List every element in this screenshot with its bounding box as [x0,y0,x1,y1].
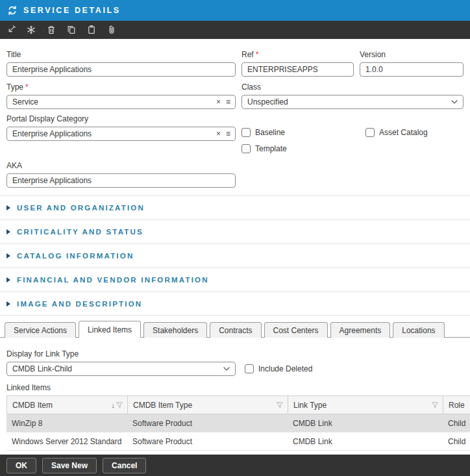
checkbox-box[interactable] [365,128,375,137]
column-header-role[interactable]: Role [443,396,470,414]
class-select-value: Unspecified [247,97,288,106]
paste-icon[interactable] [84,22,99,38]
type-field-group: Type* × ≡ [6,82,236,109]
section-catalog-information[interactable]: CATALOG INFORMATION [0,244,470,268]
tab-cost-centers[interactable]: Cost Centers [264,322,328,338]
section-label: IMAGE AND DESCRIPTION [17,300,142,308]
refresh-icon[interactable] [7,5,18,16]
portal-display-category-group: Portal Display Category × ≡ [6,114,236,153]
required-marker: * [256,50,259,59]
template-checkbox[interactable]: Template [241,144,360,153]
title-label: Title [6,50,236,60]
type-label: Type [6,82,23,92]
form-area: Title Ref* Version Type* × ≡ Class [0,50,470,469]
toolbar [0,21,470,39]
class-select[interactable]: Unspecified [241,95,464,109]
ref-input[interactable] [241,62,354,77]
class-label: Class [241,82,464,92]
footer-bar: OK Save New Cancel [0,455,470,476]
section-user-and-organization[interactable]: USER AND ORGANIZATION [0,195,470,219]
ok-button[interactable]: OK [6,458,36,473]
section-label: CRITICALITY AND STATUS [17,228,143,236]
include-deleted-checkbox[interactable]: Include Deleted [245,364,312,373]
display-for-link-type-label: Display for Link Type [6,349,464,359]
column-header-link-type[interactable]: Link Type [288,396,443,414]
browse-icon[interactable]: ≡ [226,98,230,106]
class-field-group: Class Unspecified [241,82,464,109]
linked-items-table-title: Linked Items [6,383,464,393]
tab-stakeholders[interactable]: Stakeholders [143,322,207,338]
tab-service-actions[interactable]: Service Actions [5,322,76,338]
tab-linked-items[interactable]: Linked Items [79,321,141,338]
portal-display-category-label: Portal Display Category [6,114,236,124]
link-type-select[interactable]: CMDB Link-Child [6,362,236,376]
asset-catalog-checkbox[interactable]: Asset Catalog [365,128,464,137]
expand-arrow-icon [6,229,10,234]
title-field-group: Title [6,50,236,77]
section-label: FINANCIAL AND VENDOR INFORMATION [17,276,209,284]
include-deleted-label: Include Deleted [258,364,312,373]
page-title: SERVICE DETAILS [23,6,121,15]
section-criticality-and-status[interactable]: CRITICALITY AND STATUS [0,219,470,244]
portal-display-category-input[interactable] [6,127,236,141]
clear-icon[interactable]: × [216,98,221,106]
section-financial-and-vendor-information[interactable]: FINANCIAL AND VENDOR INFORMATION [0,268,470,292]
filter-funnel-icon[interactable] [276,401,284,409]
tab-strip: Service Actions Linked Items Stakeholder… [0,320,470,338]
ref-label: Ref [241,50,254,59]
checkbox-box[interactable] [241,144,251,153]
copy-icon[interactable] [64,22,79,38]
filter-funnel-icon[interactable] [116,401,123,409]
save-new-button[interactable]: Save New [42,458,97,473]
checkbox-column-2: Asset Catalog [365,114,464,153]
version-label: Version [360,50,464,60]
version-field-group: Version [360,50,464,77]
collapsible-sections: USER AND ORGANIZATION CRITICALITY AND ST… [0,195,470,316]
tab-locations[interactable]: Locations [393,322,444,338]
tab-agreements[interactable]: Agreements [330,322,391,338]
template-label: Template [255,144,287,153]
checkbox-box[interactable] [241,128,251,137]
clear-icon[interactable]: × [216,130,221,138]
chevron-down-icon [451,100,458,104]
checkbox-box[interactable] [245,364,254,373]
required-marker: * [25,82,29,92]
section-image-and-description[interactable]: IMAGE AND DESCRIPTION [0,292,470,316]
checkbox-column-1: Baseline Template [241,114,360,153]
title-input[interactable] [6,62,236,77]
asset-catalog-label: Asset Catalog [379,128,428,137]
chevron-down-icon [223,367,230,371]
table-row[interactable]: Windows Server 2012 Standard Software Pr… [6,432,470,451]
browse-icon[interactable]: ≡ [226,130,230,138]
ref-field-group: Ref* [241,50,354,77]
section-label: CATALOG INFORMATION [17,252,134,260]
expand-arrow-icon [6,253,10,258]
column-header-cmdb-item[interactable]: CMDB Item ↓ [7,396,128,414]
table-header-row: CMDB Item ↓ CMDB Item Type Link Type Ro [6,395,470,414]
expand-arrow-icon [6,277,10,282]
expand-arrow-icon [6,301,10,307]
type-input[interactable] [6,95,236,109]
baseline-checkbox[interactable]: Baseline [241,128,360,137]
table-row[interactable]: WinZip 8 Software Product CMDB Link Chil… [6,414,470,432]
dock-icon[interactable] [3,22,19,38]
aka-input[interactable] [6,173,236,188]
column-header-cmdb-item-type[interactable]: CMDB Item Type [128,396,288,414]
aka-label: AKA [6,161,236,171]
section-label: USER AND ORGANIZATION [17,204,145,212]
aka-field-group: AKA [6,161,236,188]
expand-arrow-icon [6,205,10,210]
filter-funnel-icon[interactable] [431,401,439,409]
tab-contracts[interactable]: Contracts [210,322,261,338]
sort-desc-icon: ↓ [112,401,116,409]
linked-items-panel: Display for Link Type CMDB Link-Child In… [0,349,470,393]
delete-icon[interactable] [43,22,59,38]
window-header: SERVICE DETAILS [0,0,470,21]
attachment-icon[interactable] [104,22,119,38]
link-type-select-value: CMDB Link-Child [12,364,72,373]
version-input[interactable] [360,62,464,77]
freeze-icon[interactable] [23,22,39,38]
baseline-label: Baseline [255,128,285,137]
cancel-button[interactable]: Cancel [103,458,146,473]
